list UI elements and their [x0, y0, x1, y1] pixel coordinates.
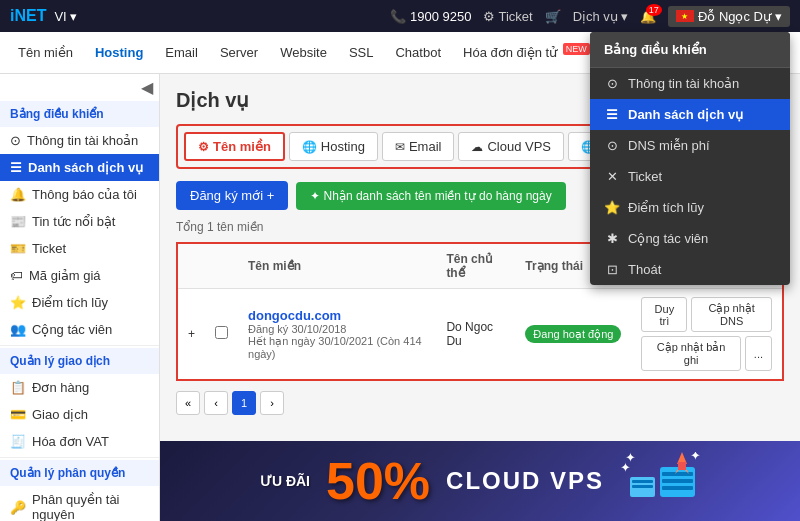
news-icon: 📰 [10, 214, 26, 229]
list-free-domains-button[interactable]: ✦ Nhận danh sách tên miền tự do hàng ngà… [296, 182, 565, 210]
hosting-icon: 🌐 [302, 140, 317, 154]
sidebar-item-thong-bao[interactable]: 🔔 Thông báo của tôi [0, 181, 159, 208]
notification-count: 17 [646, 4, 662, 16]
banner-content: ƯU ĐÃI 50% CLOUD VPS [260, 452, 700, 510]
sidebar-toggle[interactable]: ◀ [0, 74, 159, 101]
chevron-down-icon: ▾ [775, 9, 782, 24]
page-1-button[interactable]: 1 [232, 391, 256, 415]
sidebar-label-diem: Điểm tích lũy [32, 295, 108, 310]
dropdown-item-dns[interactable]: ⊙ DNS miễn phí [590, 130, 790, 161]
chevron-down-icon: ▾ [70, 9, 77, 24]
tab-hosting[interactable]: 🌐 Hosting [289, 132, 378, 161]
dich-vu-link[interactable]: Dịch vụ ▾ [573, 9, 628, 24]
cap-nhat-dns-button[interactable]: Cập nhật DNS [691, 297, 772, 332]
sidebar-label-hoa-don-vat: Hóa đơn VAT [32, 434, 109, 449]
sidebar-item-giao-dich[interactable]: 💳 Giao dịch [0, 401, 159, 428]
sidebar-section-control: Bảng điều khiển [0, 101, 159, 127]
user-menu[interactable]: Đỗ Ngọc Dự ▾ [668, 6, 790, 27]
sidebar-item-phan-quyen-tai-nguyen[interactable]: 🔑 Phân quyền tài nguyên [0, 486, 159, 521]
flag-vn-icon [676, 10, 694, 22]
promotional-banner[interactable]: ƯU ĐÃI 50% CLOUD VPS [160, 441, 800, 521]
dropdown-thong-tin-label: Thông tin tài khoản [628, 76, 739, 91]
register-new-button[interactable]: Đăng ký mới + [176, 181, 288, 210]
asterisk-icon: ✱ [604, 231, 620, 246]
page-prev-button[interactable]: ‹ [204, 391, 228, 415]
dropdown-menu: Bảng điều khiển ⊙ Thông tin tài khoản ☰ … [590, 32, 790, 285]
banner-discount-percent: 50% [326, 452, 430, 510]
gear-icon: ⚙ [198, 140, 209, 154]
duy-tri-button[interactable]: Duy trì [641, 297, 687, 332]
dropdown-item-thoat[interactable]: ⊡ Thoát [590, 254, 790, 285]
sidebar-divider-2 [0, 457, 159, 458]
domain-name[interactable]: dongocdu.com [248, 308, 426, 323]
cap-nhat-ban-ghi-button[interactable]: Cập nhật bản ghi [641, 336, 740, 371]
sidebar-item-cong-tac-vien[interactable]: 👥 Cộng tác viên [0, 316, 159, 343]
nav-chatbot[interactable]: Chatbot [385, 39, 451, 66]
brand-logo[interactable]: iNET [10, 7, 46, 25]
domain-action-cell: Duy trì Cập nhật DNS Cập nhật bản ghi ..… [631, 289, 783, 381]
banner-vps-illustration: ✦ ✦ ✦ [620, 452, 700, 510]
nav-ssl[interactable]: SSL [339, 39, 384, 66]
tab-email[interactable]: ✉ Email [382, 132, 455, 161]
user-icon: ⊙ [10, 133, 21, 148]
phone-number: 📞 1900 9250 [390, 9, 471, 24]
dropdown-cong-tac-vien-label: Cộng tác viên [628, 231, 708, 246]
dropdown-header: Bảng điều khiển [590, 32, 790, 68]
logout-icon: ⊡ [604, 262, 620, 277]
sidebar-item-danh-sach-dich-vu[interactable]: ☰ Danh sách dịch vụ [0, 154, 159, 181]
banner-percent-block: 50% [326, 455, 430, 507]
sidebar-section-giao-dich: Quản lý giao dịch [0, 348, 159, 374]
page-first-button[interactable]: « [176, 391, 200, 415]
sidebar-item-thong-tin-tai-khoan[interactable]: ⊙ Thông tin tài khoản [0, 127, 159, 154]
sidebar-label-tin-tuc: Tin tức nổi bật [32, 214, 115, 229]
sidebar-label-ma-giam-gia: Mã giảm giá [29, 268, 101, 283]
dropdown-item-ticket[interactable]: ✕ Ticket [590, 161, 790, 192]
expand-cell[interactable]: + [177, 289, 205, 381]
svg-rect-4 [662, 472, 693, 476]
ticket-link[interactable]: ⚙ Ticket [483, 9, 532, 24]
nav-ten-mien[interactable]: Tên miền [8, 39, 83, 66]
nav-server[interactable]: Server [210, 39, 268, 66]
topbar-left: iNET VI ▾ [10, 7, 77, 25]
cloud-icon: ☁ [471, 140, 483, 154]
banner-cloud-vps-block: CLOUD VPS [446, 467, 604, 495]
sidebar-item-don-hang[interactable]: 📋 Đơn hàng [0, 374, 159, 401]
sidebar-label-giao-dich: Giao dịch [32, 407, 88, 422]
svg-rect-6 [662, 486, 693, 490]
list-icon: ☰ [604, 107, 620, 122]
svg-rect-3 [632, 485, 653, 488]
more-actions-button[interactable]: ... [745, 336, 772, 371]
tab-ten-mien-label: Tên miền [213, 139, 271, 154]
dropdown-item-diem[interactable]: ⭐ Điểm tích lũy [590, 192, 790, 223]
checkbox-cell[interactable] [205, 289, 238, 381]
svg-rect-8 [678, 462, 686, 470]
notification-bell[interactable]: 🔔 17 [640, 9, 656, 24]
ticket-icon: 🎫 [10, 241, 26, 256]
dns-icon: ⊙ [604, 138, 620, 153]
list-icon: ☰ [10, 160, 22, 175]
nav-website[interactable]: Website [270, 39, 337, 66]
page-next-button[interactable]: › [260, 391, 284, 415]
sidebar-item-diem-tich-luy[interactable]: ⭐ Điểm tích lũy [0, 289, 159, 316]
sidebar-item-tin-tuc[interactable]: 📰 Tin tức nổi bật [0, 208, 159, 235]
tab-ten-mien[interactable]: ⚙ Tên miền [184, 132, 285, 161]
sidebar-item-hoa-don-vat[interactable]: 🧾 Hóa đơn VAT [0, 428, 159, 455]
nav-hosting[interactable]: Hosting [85, 39, 153, 66]
sidebar-item-ma-giam-gia[interactable]: 🏷 Mã giảm giá [0, 262, 159, 289]
language-selector[interactable]: VI ▾ [54, 9, 76, 24]
col-header-domain: Tên miền [238, 243, 436, 289]
dropdown-item-thong-tin[interactable]: ⊙ Thông tin tài khoản [590, 68, 790, 99]
sidebar-label-thong-tin: Thông tin tài khoản [27, 133, 138, 148]
tab-cloud-vps[interactable]: ☁ Cloud VPS [458, 132, 564, 161]
dropdown-item-danh-sach[interactable]: ☰ Danh sách dịch vụ [590, 99, 790, 130]
row-checkbox[interactable] [215, 326, 228, 339]
nav-hoa-don[interactable]: Hóa đơn điện tử NEW [453, 38, 600, 66]
cart-icon[interactable]: 🛒 [545, 9, 561, 24]
sidebar-label-cong-tac: Cộng tác viên [32, 322, 112, 337]
sidebar-label-phan-quyen: Phân quyền tài nguyên [32, 492, 149, 521]
sidebar-label-danh-sach: Danh sách dịch vụ [28, 160, 143, 175]
nav-email[interactable]: Email [155, 39, 208, 66]
svg-rect-2 [632, 480, 653, 483]
dropdown-item-cong-tac-vien[interactable]: ✱ Cộng tác viên [590, 223, 790, 254]
sidebar-item-ticket[interactable]: 🎫 Ticket [0, 235, 159, 262]
